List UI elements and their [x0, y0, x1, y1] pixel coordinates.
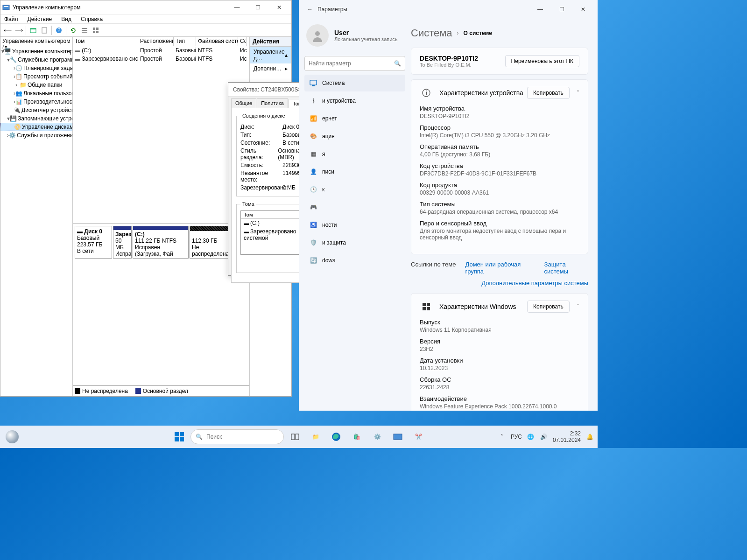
settings-close[interactable]: ✕ — [572, 0, 594, 19]
sidebar-item-update[interactable]: 🔄dows — [304, 252, 405, 269]
svg-rect-22 — [423, 307, 426, 310]
task-view-button[interactable] — [286, 427, 304, 446]
tree-performance[interactable]: ›📊Производительность — [0, 98, 72, 106]
tb-props[interactable] — [39, 25, 49, 35]
rename-pc-button[interactable]: Переименовать этот ПК — [505, 55, 579, 67]
taskbar-mgmt[interactable] — [388, 427, 407, 446]
disk-label[interactable]: ▬ Диск 0 Базовый 223,57 ГБ В сети — [75, 226, 112, 259]
tb-refresh[interactable] — [68, 25, 78, 35]
tree: ▾🖥️Управление компьютером (л ▾🔧Служебные… — [0, 46, 72, 140]
sidebar-item-privacy[interactable]: 🛡️и защита — [304, 234, 405, 251]
col-layout[interactable]: Расположение — [138, 37, 174, 46]
tree-storage[interactable]: ▾💾Запоминающие устройст — [0, 114, 72, 123]
sidebar-item-network[interactable]: 📶ернет — [304, 110, 405, 127]
tb-fwd[interactable]: ⟹ — [14, 25, 24, 35]
tb-detail[interactable] — [91, 25, 101, 35]
tree-services-root[interactable]: ▾🔧Служебные программы — [0, 56, 72, 64]
user-name: User — [334, 29, 398, 36]
tray-language[interactable]: РУС — [511, 434, 522, 440]
tree-shared-folders[interactable]: ›📁Общие папки — [0, 81, 72, 89]
tree-header: Управление компьютером (л — [0, 37, 72, 46]
taskbar-edge[interactable] — [327, 427, 345, 446]
menu-view[interactable]: Вид — [59, 15, 73, 23]
volume-row[interactable]: ▬ (C:) Простой Базовый NTFS Ис — [73, 46, 249, 55]
action-disk-mgmt[interactable]: Управление д…▴ — [250, 47, 291, 63]
crumb-system[interactable]: Система — [411, 27, 452, 39]
taskbar-explorer[interactable]: 📁 — [306, 427, 325, 446]
tree-pane: Управление компьютером (л ▾🖥️Управление … — [0, 37, 73, 396]
taskbar-settings[interactable]: ⚙️ — [368, 427, 387, 446]
sidebar-item-time[interactable]: 🕓к — [304, 181, 405, 198]
close-button[interactable]: ✕ — [268, 0, 289, 14]
tree-services-apps[interactable]: ›⚙️Службы и приложения — [0, 131, 72, 140]
tree-device-manager[interactable]: 🔌Диспетчер устройств — [0, 106, 72, 114]
user-block[interactable]: User Локальная учетная запись — [304, 19, 405, 52]
search-input[interactable] — [309, 60, 394, 67]
tray-clock[interactable]: 2:32 07.01.2024 — [553, 430, 581, 444]
col-status[interactable]: Со — [238, 37, 247, 46]
sidebar-item-bluetooth[interactable]: ᚼи устройства — [304, 92, 405, 109]
minimize-button[interactable]: — — [226, 0, 247, 14]
action-more[interactable]: Дополни…▸ — [250, 63, 291, 74]
sidebar-item-gaming[interactable]: 🎮 — [304, 199, 405, 216]
tb-back[interactable]: ⟸ — [2, 25, 13, 35]
link-advanced[interactable]: Дополнительные параметры системы — [481, 280, 588, 287]
tree-root[interactable]: ▾🖥️Управление компьютером (л — [0, 47, 72, 56]
weather-widget[interactable] — [6, 430, 19, 443]
tree-disk-management[interactable]: 📀Управление дисками — [0, 123, 72, 131]
disk-row: ▬ Диск 0 Базовый 223,57 ГБ В сети Зарез5… — [75, 226, 247, 259]
svg-rect-1 — [4, 6, 8, 7]
volume-row[interactable]: ▬ Зарезервировано системой Простой Базов… — [73, 55, 249, 63]
apps-icon: ▦ — [309, 150, 317, 158]
mgmt-titlebar[interactable]: Управление компьютером — ☐ ✕ — [0, 0, 291, 14]
tb-up[interactable] — [28, 25, 38, 35]
disk-partition-unallocated[interactable]: 112,30 ГБНе распределена — [190, 226, 229, 259]
svg-point-18 — [426, 91, 427, 91]
tray-notifications-icon[interactable]: 🔔 — [585, 433, 594, 441]
tab-policy[interactable]: Политика — [257, 98, 288, 108]
settings-minimize[interactable]: — — [529, 0, 551, 19]
tree-task-scheduler[interactable]: ›🕒Планировщик заданий — [0, 64, 72, 72]
taskbar-store[interactable]: 🛍️ — [347, 427, 366, 446]
disk-partition-c[interactable]: (C:)111,22 ГБ NTFSИсправен (Загрузка, Фа… — [133, 226, 189, 259]
link-protection[interactable]: Защита системы — [544, 261, 588, 275]
tb-help[interactable]: ? — [54, 25, 64, 35]
tab-general[interactable]: Общие — [231, 98, 256, 108]
taskbar-search[interactable]: 🔍Поиск — [190, 429, 284, 444]
link-domain[interactable]: Домен или рабочая группа — [465, 261, 536, 275]
maximize-button[interactable]: ☐ — [247, 0, 268, 14]
back-button[interactable]: ← — [303, 2, 317, 17]
col-fs[interactable]: Файловая система — [196, 37, 238, 46]
settings-search[interactable]: 🔍 — [304, 56, 405, 71]
tray-volume-icon[interactable]: 🔊 — [540, 433, 548, 441]
menu-file[interactable]: Файл — [2, 15, 20, 23]
mgmt-app-icon — [2, 4, 10, 11]
col-type[interactable]: Тип — [174, 37, 196, 46]
taskbar-snip[interactable]: ✂️ — [409, 427, 428, 446]
tray-chevron-icon[interactable]: ˄ — [498, 433, 506, 441]
start-button[interactable] — [170, 427, 189, 446]
settings-titlebar[interactable]: ← Параметры — ☐ ✕ — [299, 0, 598, 19]
device-spec-card: Характеристики устройства Копировать ˄ И… — [411, 79, 588, 254]
sidebar-item-personalization[interactable]: 🎨ация — [304, 128, 405, 145]
sidebar-item-accounts[interactable]: 👤писи — [304, 163, 405, 180]
sidebar-item-apps[interactable]: ▦я — [304, 146, 405, 162]
sidebar-item-system[interactable]: Система — [304, 75, 405, 91]
menu-action[interactable]: Действие — [26, 15, 54, 23]
chevron-up-icon[interactable]: ˄ — [577, 303, 579, 310]
copy-specs-button[interactable]: Копировать — [527, 87, 570, 99]
copy-winspecs-button[interactable]: Копировать — [527, 301, 570, 313]
settings-maximize[interactable]: ☐ — [551, 0, 572, 19]
col-tom[interactable]: Том — [73, 37, 138, 46]
tree-event-viewer[interactable]: ›📋Просмотр событий — [0, 72, 72, 81]
sidebar-item-accessibility[interactable]: ♿ности — [304, 217, 405, 233]
mgmt-title: Управление компьютером — [13, 4, 226, 11]
chevron-up-icon[interactable]: ˄ — [577, 90, 579, 96]
accessibility-icon: ♿ — [309, 221, 317, 229]
tb-list[interactable] — [79, 25, 90, 35]
tree-local-users[interactable]: ›👥Локальные пользова — [0, 89, 72, 98]
tray-network-icon[interactable]: 🌐 — [527, 433, 535, 441]
svg-rect-9 — [82, 32, 87, 33]
disk-partition-reserved[interactable]: Зарез50 МБИспра — [113, 226, 132, 259]
menu-help[interactable]: Справка — [79, 15, 105, 23]
